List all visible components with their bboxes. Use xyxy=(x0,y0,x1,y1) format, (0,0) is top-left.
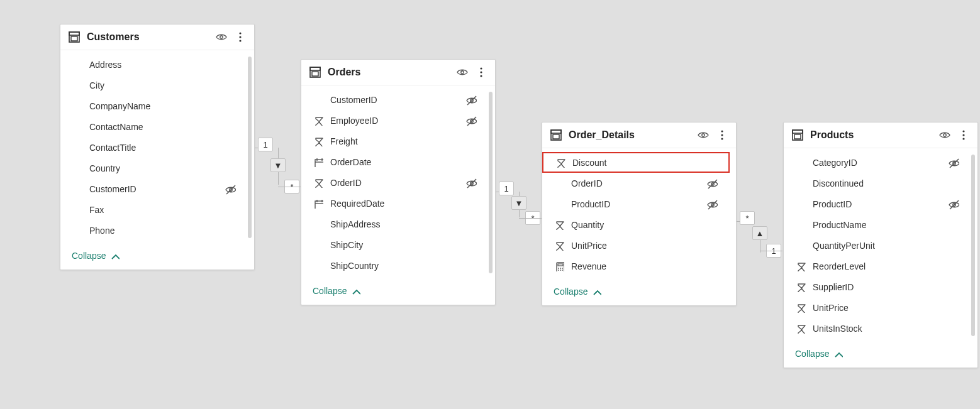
collapse-button[interactable]: Collapse xyxy=(795,349,843,359)
field-row[interactable]: Phone xyxy=(60,220,248,241)
table-title: Customers xyxy=(87,31,209,43)
hidden-icon[interactable] xyxy=(706,199,718,210)
hidden-icon[interactable] xyxy=(465,115,477,126)
scrollbar[interactable] xyxy=(248,57,252,238)
field-name: UnitPrice xyxy=(813,303,941,313)
field-row[interactable]: ProductID xyxy=(784,194,971,214)
field-name: ShipAddress xyxy=(330,219,459,229)
table-customers[interactable]: Customers AddressCityCompanyNameContactN… xyxy=(60,24,255,270)
collapse-button[interactable]: Collapse xyxy=(313,286,360,296)
more-icon[interactable] xyxy=(234,31,247,43)
sum-icon xyxy=(313,115,324,126)
scrollbar[interactable] xyxy=(489,92,493,273)
chevron-up-icon xyxy=(591,286,601,297)
field-row[interactable]: ProductName xyxy=(784,214,971,235)
field-row[interactable]: RequiredDate xyxy=(301,193,489,214)
field-row[interactable]: CompanyName xyxy=(60,95,248,116)
field-row[interactable]: OrderID xyxy=(542,173,730,194)
field-row[interactable]: SupplierID xyxy=(784,276,971,297)
table-header[interactable]: Orders xyxy=(301,60,495,85)
field-row[interactable]: UnitPrice xyxy=(542,235,730,256)
blank-icon xyxy=(72,163,83,174)
field-name: QuantityPerUnit xyxy=(813,241,941,251)
hidden-icon[interactable] xyxy=(224,183,237,195)
scrollbar[interactable] xyxy=(971,155,975,336)
field-row[interactable]: ContactName xyxy=(60,116,248,137)
field-row[interactable]: Country xyxy=(60,158,248,178)
table-header[interactable]: Customers xyxy=(60,25,254,50)
blank-icon xyxy=(72,225,83,236)
table-order-details[interactable]: Order_Details DiscountOrderIDProductIDQu… xyxy=(542,122,737,306)
filter-direction-icon: ▼ xyxy=(511,196,526,210)
visibility-icon[interactable] xyxy=(456,66,469,79)
field-row[interactable]: Discount xyxy=(542,152,730,173)
hidden-icon[interactable] xyxy=(465,177,477,188)
field-row[interactable]: CustomerID xyxy=(301,89,489,110)
relationship-line xyxy=(760,251,782,251)
field-row[interactable]: EmployeeID xyxy=(301,110,489,131)
filter-direction-icon: ▲ xyxy=(752,226,767,240)
field-name: Discount xyxy=(572,158,698,168)
field-name: ShipCountry xyxy=(330,261,459,271)
field-name: Quantity xyxy=(571,220,699,230)
field-row[interactable]: ShipCountry xyxy=(301,255,489,276)
field-row[interactable]: UnitPrice xyxy=(784,297,971,318)
sum-icon xyxy=(555,157,566,168)
field-row[interactable]: Address xyxy=(60,54,248,75)
field-name: ProductName xyxy=(813,220,941,230)
table-header[interactable]: Products xyxy=(784,123,977,148)
field-row[interactable]: OrderDate xyxy=(301,151,489,172)
hidden-icon[interactable] xyxy=(706,178,718,189)
field-row[interactable]: OrderID xyxy=(301,172,489,193)
field-row[interactable]: CategoryID xyxy=(784,152,971,173)
field-row[interactable]: ContactTitle xyxy=(60,137,248,158)
table-orders[interactable]: Orders CustomerIDEmployeeIDFreightOrderD… xyxy=(301,59,496,305)
table-products[interactable]: Products CategoryIDDiscontinuedProductID… xyxy=(783,122,978,368)
field-row[interactable]: ShipCity xyxy=(301,234,489,255)
sum-icon xyxy=(313,177,324,188)
field-row[interactable]: Revenue xyxy=(542,256,730,276)
field-row[interactable]: Fax xyxy=(60,199,248,220)
hidden-icon[interactable] xyxy=(465,94,477,106)
more-icon[interactable] xyxy=(475,66,487,79)
sum-icon xyxy=(554,219,565,231)
more-icon[interactable] xyxy=(716,129,728,141)
field-row[interactable]: UnitsInStock xyxy=(784,318,971,339)
relationship-line xyxy=(760,245,760,253)
blank-icon xyxy=(795,219,806,231)
blank-icon xyxy=(795,157,806,168)
table-title: Orders xyxy=(328,67,450,78)
sum-icon xyxy=(795,261,806,272)
field-row[interactable]: CustomerID xyxy=(60,178,248,199)
field-name: OrderID xyxy=(330,178,459,188)
field-name: UnitsInStock xyxy=(813,324,941,334)
calc-icon xyxy=(554,261,565,272)
visibility-icon[interactable] xyxy=(215,31,228,43)
field-name: UnitPrice xyxy=(571,241,699,251)
relationship-line xyxy=(519,210,520,217)
date-icon xyxy=(313,198,324,209)
visibility-icon[interactable] xyxy=(938,129,951,141)
field-row[interactable]: City xyxy=(60,75,248,95)
field-row[interactable]: Discontinued xyxy=(784,173,971,194)
table-icon xyxy=(309,66,321,79)
collapse-label: Collapse xyxy=(313,286,347,296)
blank-icon xyxy=(795,178,806,189)
field-row[interactable]: ReorderLevel xyxy=(784,256,971,276)
collapse-button[interactable]: Collapse xyxy=(72,251,120,261)
field-name: EmployeeID xyxy=(330,116,459,126)
field-row[interactable]: ShipAddress xyxy=(301,214,489,234)
field-row[interactable]: Freight xyxy=(301,131,489,151)
relationship-line xyxy=(278,172,279,185)
collapse-button[interactable]: Collapse xyxy=(554,286,601,297)
field-row[interactable]: QuantityPerUnit xyxy=(784,235,971,256)
field-name: OrderDate xyxy=(330,157,459,167)
hidden-icon[interactable] xyxy=(947,157,960,168)
more-icon[interactable] xyxy=(957,129,970,141)
cardinality-one: 1 xyxy=(499,182,514,195)
field-row[interactable]: Quantity xyxy=(542,214,730,235)
hidden-icon[interactable] xyxy=(947,199,960,210)
table-header[interactable]: Order_Details xyxy=(542,123,736,148)
field-row[interactable]: ProductID xyxy=(542,194,730,214)
visibility-icon[interactable] xyxy=(697,129,710,141)
